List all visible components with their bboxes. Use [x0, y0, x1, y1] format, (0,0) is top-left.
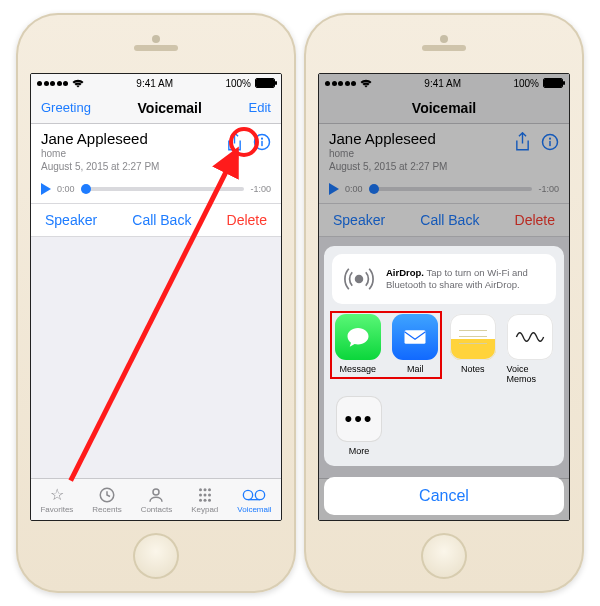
share-sheet: AirDrop. Tap to turn on Wi-Fi and Blueto…	[324, 246, 564, 466]
nav-title: Voicemail	[138, 100, 202, 116]
svg-point-5	[199, 488, 202, 491]
battery-icon	[255, 78, 275, 88]
share-sheet-overlay: AirDrop. Tap to turn on Wi-Fi and Blueto…	[319, 74, 569, 520]
svg-point-1	[261, 138, 263, 140]
delete-button[interactable]: Delete	[227, 212, 267, 228]
status-time: 9:41 AM	[136, 78, 173, 89]
scrubber-thumb[interactable]	[81, 184, 91, 194]
annotation-box	[330, 311, 442, 379]
svg-point-35	[356, 276, 363, 283]
caller-line: home	[41, 147, 226, 160]
clock-icon	[98, 486, 116, 504]
nav-greeting[interactable]: Greeting	[41, 100, 91, 115]
svg-point-6	[203, 488, 206, 491]
screen-right: 9:41 AM 100% Voicemail Jane Appleseed ho…	[318, 73, 570, 521]
screen-left: 9:41 AM 100% Greeting Voicemail Edit Jan…	[30, 73, 282, 521]
status-bar: 9:41 AM 100%	[31, 74, 281, 92]
device-speaker	[422, 45, 466, 51]
home-button[interactable]	[421, 533, 467, 579]
battery-pct: 100%	[225, 78, 251, 89]
svg-point-15	[256, 490, 265, 499]
callback-button[interactable]: Call Back	[132, 212, 191, 228]
tab-favorites[interactable]: ☆ Favorites	[40, 486, 73, 514]
notes-icon	[450, 314, 496, 360]
wifi-icon	[72, 78, 84, 88]
svg-point-10	[208, 493, 211, 496]
iphone-left: 9:41 AM 100% Greeting Voicemail Edit Jan…	[16, 13, 296, 593]
more-icon: •••	[336, 396, 382, 442]
svg-point-4	[153, 489, 159, 495]
svg-point-13	[208, 498, 211, 501]
svg-point-12	[203, 498, 206, 501]
caller-name: Jane Appleseed	[41, 130, 226, 147]
nav-bar: Greeting Voicemail Edit	[31, 92, 281, 124]
remaining-time: -1:00	[250, 184, 271, 194]
svg-point-9	[203, 493, 206, 496]
svg-point-7	[208, 488, 211, 491]
airdrop-row[interactable]: AirDrop. Tap to turn on Wi-Fi and Blueto…	[332, 254, 556, 304]
scrubber[interactable]	[81, 187, 245, 191]
tab-voicemail[interactable]: Voicemail	[237, 486, 271, 514]
device-camera	[440, 35, 448, 43]
annotation-circle	[229, 127, 259, 157]
share-cancel[interactable]: Cancel	[324, 477, 564, 515]
share-more[interactable]: ••• More	[334, 396, 384, 456]
signal-icon	[37, 81, 68, 86]
svg-point-8	[199, 493, 202, 496]
speaker-button[interactable]: Speaker	[45, 212, 97, 228]
device-speaker	[134, 45, 178, 51]
tab-bar: ☆ Favorites Recents Contacts Keypad Voic…	[31, 478, 281, 520]
tab-contacts[interactable]: Contacts	[141, 486, 173, 514]
home-button[interactable]	[133, 533, 179, 579]
iphone-right: 9:41 AM 100% Voicemail Jane Appleseed ho…	[304, 13, 584, 593]
play-button[interactable]	[41, 183, 51, 195]
share-app-voicememos[interactable]: Voice Memos	[507, 314, 555, 384]
nav-edit[interactable]: Edit	[249, 100, 271, 115]
device-camera	[152, 35, 160, 43]
svg-rect-2	[261, 141, 263, 146]
airdrop-icon	[342, 262, 376, 296]
contact-icon	[147, 486, 165, 504]
airdrop-text: AirDrop. Tap to turn on Wi-Fi and Blueto…	[386, 267, 546, 292]
elapsed-time: 0:00	[57, 184, 75, 194]
svg-point-11	[199, 498, 202, 501]
tab-keypad[interactable]: Keypad	[191, 486, 218, 514]
voicemail-timestamp: August 5, 2015 at 2:27 PM	[41, 160, 226, 173]
share-app-notes[interactable]: Notes	[449, 314, 497, 384]
star-icon: ☆	[50, 486, 64, 504]
voicememos-icon	[507, 314, 553, 360]
tab-recents[interactable]: Recents	[92, 486, 121, 514]
keypad-icon	[196, 486, 214, 504]
voicemail-icon	[242, 486, 266, 504]
voicemail-actions: Speaker Call Back Delete	[31, 204, 281, 237]
svg-point-14	[244, 490, 253, 499]
